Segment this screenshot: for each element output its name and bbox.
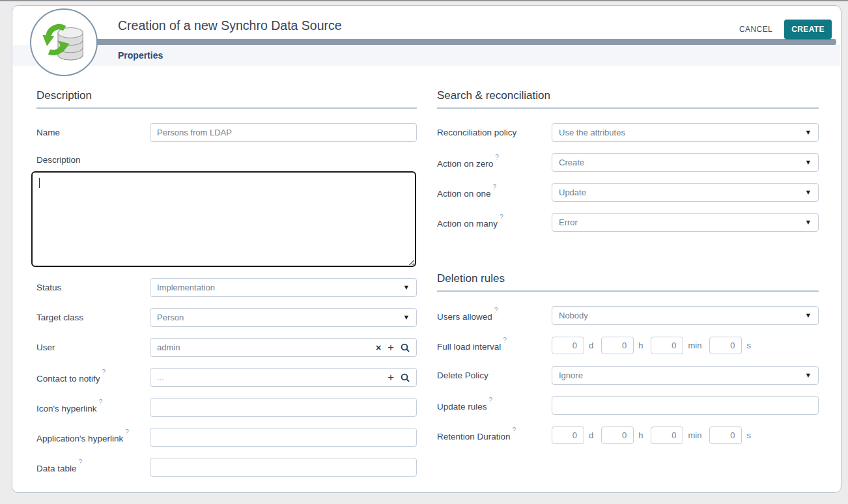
header-actions: CANCEL CREATE — [738, 20, 832, 39]
user-input[interactable] — [157, 343, 369, 352]
full-load-interval-seconds-input[interactable] — [709, 337, 742, 354]
target-class-select[interactable]: Person ▼ — [150, 308, 417, 327]
help-marker: ? — [99, 399, 103, 406]
search-icon[interactable] — [401, 373, 410, 382]
field-row-status: Status Implementation ▼ — [36, 278, 417, 297]
help-marker: ? — [503, 337, 507, 344]
unit-hours: h — [638, 430, 643, 440]
delete-policy-select[interactable]: Ignore ▼ — [552, 366, 819, 385]
help-marker: ? — [489, 397, 493, 404]
field-row-contact-to-notify: Contact to notify? + — [36, 368, 417, 387]
data-table-label: Data table — [36, 463, 77, 473]
user-lookup-field: × + — [150, 338, 417, 357]
retention-duration-duration: d h min s — [552, 427, 819, 444]
chevron-down-icon: ▼ — [806, 160, 810, 165]
add-icon[interactable]: + — [388, 372, 394, 383]
action-on-many-label: Action on many — [437, 218, 498, 228]
field-row-reconciliation-policy: Reconciliation policy Use the attributes… — [437, 123, 819, 142]
section-underline — [437, 290, 819, 292]
icons-hyperlink-input[interactable] — [150, 398, 417, 417]
update-rules-input[interactable] — [552, 396, 819, 415]
unit-minutes: min — [688, 430, 701, 440]
field-row-data-table: Data table? — [36, 458, 417, 477]
reconciliation-policy-select[interactable]: Use the attributes ▼ — [552, 123, 819, 142]
icons-hyperlink-label: Icon's hyperlink — [36, 403, 97, 413]
help-marker: ? — [494, 307, 498, 314]
field-row-name: Name — [36, 123, 417, 142]
text-cursor — [39, 178, 40, 188]
field-row-description-label: Description — [36, 153, 417, 166]
field-row-retention-duration: Retention Duration? d h min s — [437, 426, 819, 445]
full-load-interval-hours-input[interactable] — [601, 337, 634, 354]
action-on-one-select[interactable]: Update ▼ — [552, 183, 819, 202]
retention-duration-hours-input[interactable] — [601, 427, 634, 444]
chevron-down-icon: ▼ — [404, 315, 408, 320]
description-textarea[interactable] — [31, 171, 416, 267]
create-button[interactable]: CREATE — [784, 20, 832, 39]
target-class-label: Target class — [36, 313, 83, 322]
data-table-input[interactable] — [150, 458, 417, 477]
update-rules-label: Update rules — [437, 401, 487, 411]
synchro-datasource-creation-window: Creation of a new Synchro Data Source CA… — [12, 5, 841, 493]
unit-days: d — [589, 341, 593, 350]
users-allowed-select[interactable]: Nobody ▼ — [552, 306, 819, 325]
unit-minutes: min — [688, 341, 701, 350]
user-label: User — [36, 343, 55, 352]
contact-to-notify-input[interactable] — [157, 372, 381, 382]
chevron-down-icon: ▼ — [806, 189, 810, 195]
description-field — [31, 171, 416, 267]
section-underline — [36, 107, 417, 109]
full-load-interval-days-input[interactable] — [552, 337, 584, 354]
search-reconciliation-section-title: Search & reconciliation — [437, 89, 819, 102]
unit-hours: h — [638, 341, 643, 350]
retention-duration-label: Retention Duration — [437, 431, 511, 441]
help-marker: ? — [493, 184, 497, 191]
action-on-many-select[interactable]: Error ▼ — [552, 213, 819, 232]
applications-hyperlink-label: Application's hyperlink — [36, 433, 123, 443]
help-marker: ? — [500, 214, 503, 221]
description-section-title: Description — [36, 89, 417, 102]
unit-seconds: s — [746, 430, 751, 440]
contact-lookup-field: + — [150, 368, 417, 387]
tab-properties[interactable]: Properties — [118, 50, 163, 61]
section-search-and-deletion: Search & reconciliation Reconciliation p… — [437, 89, 819, 492]
field-row-users-allowed: Users allowed? Nobody ▼ — [437, 306, 819, 325]
clear-icon[interactable]: × — [376, 343, 381, 352]
field-row-action-on-zero: Action on zero? Create ▼ — [437, 153, 819, 172]
action-on-one-label: Action on one — [437, 188, 491, 198]
reconciliation-policy-label: Reconciliation policy — [437, 128, 516, 137]
cancel-button[interactable]: CANCEL — [738, 22, 774, 36]
sync-database-glyph — [40, 19, 87, 66]
add-icon[interactable]: + — [388, 342, 394, 353]
page-title: Creation of a new Synchro Data Source — [118, 18, 342, 33]
unit-days: d — [589, 430, 593, 440]
action-on-zero-select[interactable]: Create ▼ — [552, 153, 819, 172]
action-on-zero-label: Action on zero — [437, 158, 493, 168]
deletion-rules-section-title: Deletion rules — [437, 272, 819, 285]
tab-bar: Properties — [13, 45, 840, 66]
chevron-down-icon: ▼ — [404, 285, 408, 290]
retention-duration-minutes-input[interactable] — [651, 427, 683, 444]
full-load-interval-label: Full load interval — [437, 341, 501, 351]
field-row-full-load-interval: Full load interval? d h min s — [437, 336, 819, 355]
section-description: Description Name Description Status — [36, 89, 417, 492]
applications-hyperlink-input[interactable] — [150, 428, 417, 447]
section-underline — [437, 107, 819, 109]
field-row-icons-hyperlink: Icon's hyperlink? — [36, 398, 417, 417]
status-select[interactable]: Implementation ▼ — [150, 278, 417, 297]
full-load-interval-minutes-input[interactable] — [651, 337, 683, 354]
delete-policy-label: Delete Policy — [437, 371, 488, 380]
field-row-update-rules: Update rules? — [437, 396, 819, 415]
help-marker: ? — [513, 427, 516, 434]
search-icon[interactable] — [401, 343, 410, 352]
contact-to-notify-label: Contact to notify — [36, 373, 100, 383]
help-marker: ? — [125, 428, 129, 436]
unit-seconds: s — [746, 341, 751, 350]
field-row-action-on-one: Action on one? Update ▼ — [437, 183, 819, 202]
window-top-edge — [0, 0, 848, 1]
retention-duration-days-input[interactable] — [552, 427, 584, 444]
chevron-down-icon: ▼ — [806, 219, 810, 225]
name-input[interactable] — [150, 123, 417, 142]
retention-duration-seconds-input[interactable] — [709, 427, 742, 444]
help-marker: ? — [102, 369, 106, 376]
